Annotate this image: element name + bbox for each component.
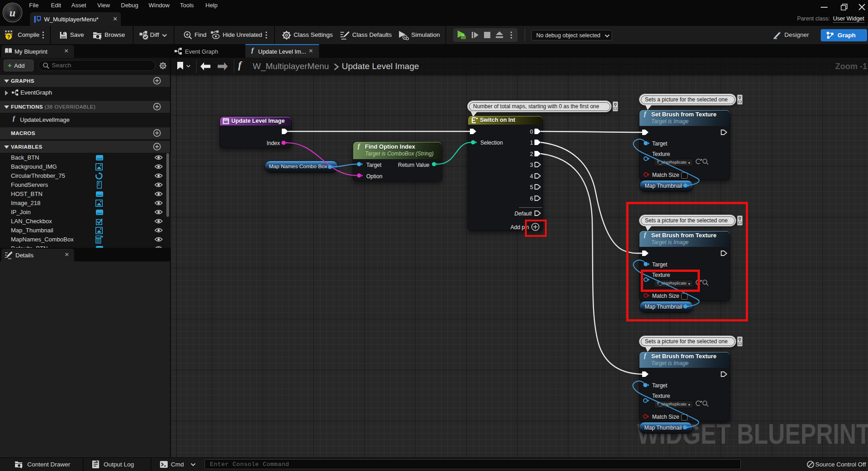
svg-text:?: ? — [7, 34, 10, 40]
svg-text:u: u — [10, 7, 15, 19]
